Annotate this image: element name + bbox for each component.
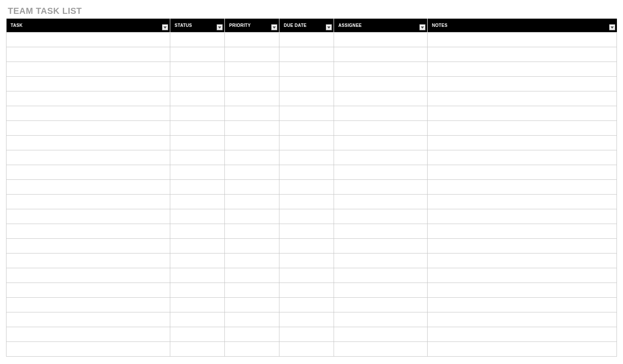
cell-due_date[interactable]: [279, 298, 334, 312]
cell-priority[interactable]: [225, 165, 279, 180]
cell-notes[interactable]: [428, 195, 617, 209]
cell-due_date[interactable]: [279, 283, 334, 298]
cell-status[interactable]: [170, 254, 225, 268]
cell-assignee[interactable]: [334, 342, 428, 357]
cell-priority[interactable]: [225, 239, 279, 254]
cell-status[interactable]: [170, 327, 225, 342]
cell-notes[interactable]: [428, 32, 617, 47]
cell-priority[interactable]: [225, 209, 279, 224]
cell-assignee[interactable]: [334, 106, 428, 121]
filter-dropdown-icon[interactable]: [419, 24, 425, 30]
cell-due_date[interactable]: [279, 239, 334, 254]
cell-assignee[interactable]: [334, 62, 428, 77]
cell-assignee[interactable]: [334, 283, 428, 298]
cell-task[interactable]: [6, 254, 170, 268]
cell-due_date[interactable]: [279, 224, 334, 239]
cell-status[interactable]: [170, 180, 225, 195]
cell-notes[interactable]: [428, 121, 617, 136]
cell-assignee[interactable]: [334, 136, 428, 150]
filter-dropdown-icon[interactable]: [271, 24, 277, 30]
cell-status[interactable]: [170, 342, 225, 357]
cell-task[interactable]: [6, 165, 170, 180]
cell-assignee[interactable]: [334, 268, 428, 283]
cell-task[interactable]: [6, 224, 170, 239]
cell-task[interactable]: [6, 327, 170, 342]
cell-priority[interactable]: [225, 136, 279, 150]
cell-status[interactable]: [170, 47, 225, 62]
cell-assignee[interactable]: [334, 77, 428, 91]
cell-assignee[interactable]: [334, 165, 428, 180]
cell-due_date[interactable]: [279, 32, 334, 47]
cell-priority[interactable]: [225, 77, 279, 91]
cell-task[interactable]: [6, 209, 170, 224]
cell-priority[interactable]: [225, 91, 279, 106]
cell-status[interactable]: [170, 312, 225, 327]
cell-notes[interactable]: [428, 342, 617, 357]
cell-task[interactable]: [6, 32, 170, 47]
cell-task[interactable]: [6, 180, 170, 195]
cell-priority[interactable]: [225, 150, 279, 165]
cell-status[interactable]: [170, 32, 225, 47]
cell-status[interactable]: [170, 268, 225, 283]
cell-task[interactable]: [6, 91, 170, 106]
cell-due_date[interactable]: [279, 342, 334, 357]
cell-notes[interactable]: [428, 106, 617, 121]
cell-assignee[interactable]: [334, 239, 428, 254]
cell-notes[interactable]: [428, 165, 617, 180]
cell-due_date[interactable]: [279, 136, 334, 150]
cell-task[interactable]: [6, 106, 170, 121]
cell-task[interactable]: [6, 342, 170, 357]
cell-due_date[interactable]: [279, 47, 334, 62]
cell-task[interactable]: [6, 62, 170, 77]
cell-task[interactable]: [6, 239, 170, 254]
filter-dropdown-icon[interactable]: [217, 24, 223, 30]
cell-status[interactable]: [170, 298, 225, 312]
cell-status[interactable]: [170, 283, 225, 298]
cell-notes[interactable]: [428, 136, 617, 150]
cell-priority[interactable]: [225, 254, 279, 268]
filter-dropdown-icon[interactable]: [609, 24, 615, 30]
cell-priority[interactable]: [225, 268, 279, 283]
cell-assignee[interactable]: [334, 32, 428, 47]
cell-status[interactable]: [170, 224, 225, 239]
cell-due_date[interactable]: [279, 254, 334, 268]
cell-notes[interactable]: [428, 224, 617, 239]
cell-priority[interactable]: [225, 180, 279, 195]
cell-due_date[interactable]: [279, 268, 334, 283]
cell-notes[interactable]: [428, 180, 617, 195]
cell-priority[interactable]: [225, 342, 279, 357]
cell-notes[interactable]: [428, 327, 617, 342]
cell-due_date[interactable]: [279, 106, 334, 121]
cell-task[interactable]: [6, 136, 170, 150]
filter-dropdown-icon[interactable]: [326, 24, 332, 30]
cell-status[interactable]: [170, 195, 225, 209]
cell-assignee[interactable]: [334, 195, 428, 209]
cell-notes[interactable]: [428, 239, 617, 254]
cell-task[interactable]: [6, 268, 170, 283]
cell-status[interactable]: [170, 239, 225, 254]
cell-due_date[interactable]: [279, 150, 334, 165]
cell-assignee[interactable]: [334, 327, 428, 342]
cell-due_date[interactable]: [279, 91, 334, 106]
cell-assignee[interactable]: [334, 121, 428, 136]
cell-status[interactable]: [170, 106, 225, 121]
cell-status[interactable]: [170, 77, 225, 91]
cell-task[interactable]: [6, 150, 170, 165]
cell-task[interactable]: [6, 283, 170, 298]
cell-status[interactable]: [170, 62, 225, 77]
cell-notes[interactable]: [428, 283, 617, 298]
cell-status[interactable]: [170, 165, 225, 180]
cell-status[interactable]: [170, 121, 225, 136]
cell-priority[interactable]: [225, 121, 279, 136]
cell-notes[interactable]: [428, 298, 617, 312]
cell-task[interactable]: [6, 77, 170, 91]
cell-assignee[interactable]: [334, 312, 428, 327]
cell-due_date[interactable]: [279, 312, 334, 327]
cell-due_date[interactable]: [279, 180, 334, 195]
cell-task[interactable]: [6, 121, 170, 136]
cell-assignee[interactable]: [334, 91, 428, 106]
cell-assignee[interactable]: [334, 254, 428, 268]
cell-due_date[interactable]: [279, 327, 334, 342]
cell-assignee[interactable]: [334, 298, 428, 312]
cell-priority[interactable]: [225, 283, 279, 298]
